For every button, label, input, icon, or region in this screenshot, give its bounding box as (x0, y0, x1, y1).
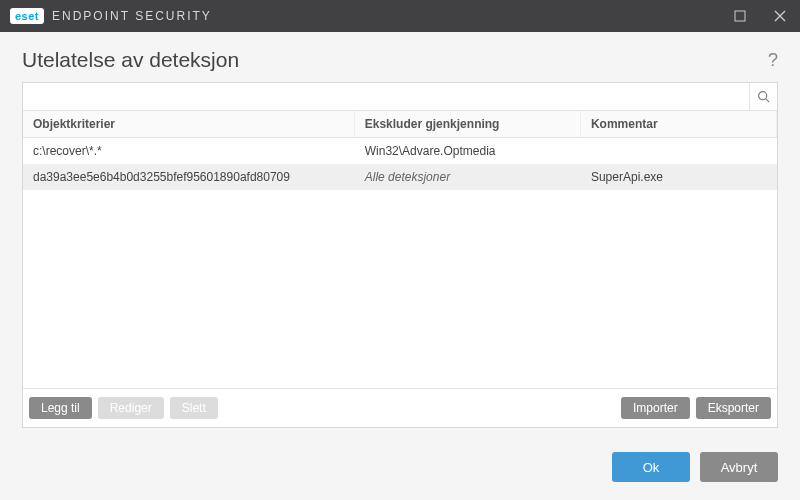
search-input[interactable] (23, 83, 749, 110)
cell-object: c:\recover\*.* (23, 138, 355, 164)
app-name: ENDPOINT SECURITY (52, 9, 212, 23)
window-maximize-icon[interactable] (720, 0, 760, 32)
col-object[interactable]: Objektkriterier (23, 111, 355, 137)
cell-object: da39a3ee5e6b4b0d3255bfef95601890afd80709 (23, 164, 355, 190)
window-close-icon[interactable] (760, 0, 800, 32)
svg-point-1 (759, 92, 767, 100)
cancel-button[interactable]: Avbryt (700, 452, 778, 482)
page-title: Utelatelse av deteksjon (22, 48, 239, 72)
export-button[interactable]: Eksporter (696, 397, 771, 419)
exclusions-panel: Objektkriterier Ekskluder gjenkjenning K… (22, 82, 778, 428)
table-row[interactable]: da39a3ee5e6b4b0d3255bfef95601890afd80709… (23, 164, 777, 190)
table-header: Objektkriterier Ekskluder gjenkjenning K… (23, 111, 777, 138)
dialog-footer: Ok Avbryt (0, 440, 800, 500)
cell-exclude: Win32\Advare.Optmedia (355, 138, 581, 164)
cell-comment: SuperApi.exe (581, 164, 777, 190)
edit-button: Rediger (98, 397, 164, 419)
cell-comment (581, 138, 777, 164)
brand-badge: eset (10, 8, 44, 24)
import-button[interactable]: Importer (621, 397, 690, 419)
titlebar: eset ENDPOINT SECURITY (0, 0, 800, 32)
col-exclude[interactable]: Ekskluder gjenkjenning (355, 111, 581, 137)
cell-exclude: Alle deteksjoner (355, 164, 581, 190)
exclusions-table: Objektkriterier Ekskluder gjenkjenning K… (23, 111, 777, 388)
svg-rect-0 (735, 11, 745, 21)
add-button[interactable]: Legg til (29, 397, 92, 419)
table-button-bar: Legg til Rediger Slett Importer Eksporte… (23, 388, 777, 427)
search-icon[interactable] (749, 83, 777, 110)
delete-button: Slett (170, 397, 218, 419)
table-row[interactable]: c:\recover\*.*Win32\Advare.Optmedia (23, 138, 777, 164)
ok-button[interactable]: Ok (612, 452, 690, 482)
help-icon[interactable]: ? (768, 50, 778, 71)
col-comment[interactable]: Kommentar (581, 111, 777, 137)
page-header: Utelatelse av deteksjon ? (0, 32, 800, 82)
